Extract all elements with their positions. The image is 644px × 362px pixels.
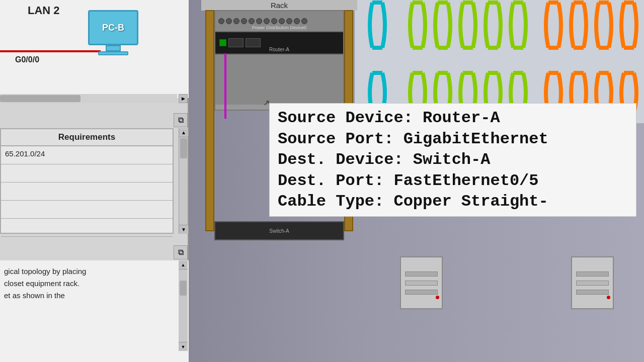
power-port-5 <box>249 18 255 24</box>
req-vscroll-down-btn[interactable]: ▼ <box>179 225 188 234</box>
req-vscroll-thumb[interactable] <box>180 138 187 158</box>
tooltip-source-port: Source Port: GigabitEthernet <box>278 129 628 150</box>
router-port-green <box>219 39 226 46</box>
bottom-text-line1: gical topology by placing <box>4 265 185 278</box>
power-distribution-device: Power Distribution Device0 <box>215 11 343 32</box>
req-vscrollbar[interactable]: ▲ ▼ <box>179 128 188 234</box>
pc1-drive-1 <box>405 272 438 277</box>
router-ports <box>219 38 261 47</box>
maximize-button-1[interactable]: ⧉ <box>174 113 188 127</box>
left-panel: LAN 2 G0/0/0 PC-B ▶ ⧉ Requirements 65.20… <box>0 0 189 362</box>
network-diagram: LAN 2 G0/0/0 PC-B <box>0 0 189 98</box>
cable-info-tooltip: Source Device: Router-A Source Port: Gig… <box>269 103 636 217</box>
pc2-power-light <box>607 296 610 299</box>
requirement-row-3 <box>1 183 173 201</box>
bottom-text-line3: et as shown in the <box>4 290 185 302</box>
network-line <box>0 50 101 52</box>
bottom-vscroll-down-btn[interactable]: ▼ <box>179 342 188 351</box>
switch-device: Switch-A <box>214 221 344 240</box>
cursor-pointer: ↗ <box>263 98 271 106</box>
pc1-power-light <box>436 296 439 299</box>
power-port-1 <box>218 18 224 24</box>
main-area: Rack <box>189 0 644 362</box>
requirements-panel: Requirements 65.201.0/24 <box>0 128 174 234</box>
power-ports <box>218 18 307 24</box>
pc1-drive-2 <box>405 281 438 286</box>
pc-desktop-2 <box>571 256 614 309</box>
down-arrow-icon: ▼ <box>181 227 186 232</box>
power-port-4 <box>241 18 247 24</box>
rack-empty-space <box>215 54 343 105</box>
bottom-text-panel: gical topology by placing closet equipme… <box>0 260 189 362</box>
router-module-2 <box>246 38 261 47</box>
maximize-icon-2: ⧉ <box>178 248 184 257</box>
maximize-icon-1: ⧉ <box>178 116 184 125</box>
power-dist-label: Power Distribution Device0 <box>252 25 306 30</box>
hscrollbar-thumb[interactable] <box>0 95 80 102</box>
bottom-pcs-area <box>380 246 644 362</box>
pc-b-base <box>98 51 128 55</box>
req-vscroll-up-btn[interactable]: ▲ <box>179 128 188 137</box>
bottom-vscroll-thumb[interactable] <box>180 281 187 296</box>
power-port-11 <box>294 18 300 24</box>
pc2-drive-1 <box>576 272 609 277</box>
lan2-label: LAN 2 <box>28 4 60 17</box>
hscrollbar[interactable] <box>0 94 177 103</box>
router-device: Router-A <box>215 32 343 54</box>
requirement-row-4 <box>1 201 173 219</box>
pc-b-container: PC-B <box>88 10 138 55</box>
requirement-row-2 <box>1 164 173 183</box>
maximize-button-2[interactable]: ⧉ <box>174 245 188 259</box>
power-port-6 <box>256 18 262 24</box>
pc-b-label: PC-B <box>102 23 124 33</box>
requirements-header: Requirements <box>1 129 173 146</box>
power-port-12 <box>301 18 307 24</box>
power-port-9 <box>279 18 285 24</box>
power-port-7 <box>264 18 270 24</box>
power-port-3 <box>233 18 239 24</box>
rack-frame-left <box>205 10 214 231</box>
g0-port-label: G0/0/0 <box>15 55 39 64</box>
router-module-1 <box>228 38 244 47</box>
requirement-row-1: 65.201.0/24 <box>1 146 173 164</box>
bottom-vscrollbar[interactable]: ▲ ▼ <box>179 260 188 351</box>
rack-title: Rack <box>201 0 357 11</box>
right-arrow-icon: ▶ <box>182 96 185 101</box>
pc-case-1 <box>400 256 443 309</box>
pc2-drive-2 <box>576 281 609 286</box>
tooltip-dest-device: Dest. Device: Switch-A <box>278 149 628 170</box>
pc-b-monitor: PC-B <box>88 10 138 45</box>
magenta-cable-vertical <box>224 53 226 119</box>
router-label: Router-A <box>269 47 289 52</box>
green-cable-group-top <box>410 3 526 48</box>
pc-desktop-1 <box>400 256 443 309</box>
pc-b-stand <box>106 45 121 51</box>
requirement-row-5 <box>1 219 173 237</box>
power-port-10 <box>286 18 292 24</box>
rack-interior: Power Distribution Device0 Router-A <box>214 10 344 111</box>
bottom-vscroll-up-btn[interactable]: ▲ <box>179 260 188 269</box>
power-port-2 <box>226 18 232 24</box>
switch-label: Switch-A <box>215 222 343 234</box>
bottom-text-content: gical topology by placing closet equipme… <box>0 260 189 307</box>
tooltip-source-device: Source Device: Router-A <box>278 108 628 129</box>
cyan-cable-group <box>370 3 385 48</box>
bottom-text-line2: closet equipment rack. <box>4 278 185 290</box>
hscrollbar-right-btn[interactable]: ▶ <box>179 94 188 103</box>
pc-case-2 <box>571 256 614 309</box>
up-arrow-icon: ▲ <box>181 130 186 135</box>
tooltip-dest-port: Dest. Port: FastEthernet0/5 <box>278 170 628 192</box>
tooltip-cable-type: Cable Type: Copper Straight- <box>278 191 628 212</box>
pc2-drive-3 <box>576 290 609 295</box>
orange-cable-group-top <box>546 3 636 48</box>
power-port-8 <box>271 18 277 24</box>
pc1-drive-3 <box>405 290 438 295</box>
